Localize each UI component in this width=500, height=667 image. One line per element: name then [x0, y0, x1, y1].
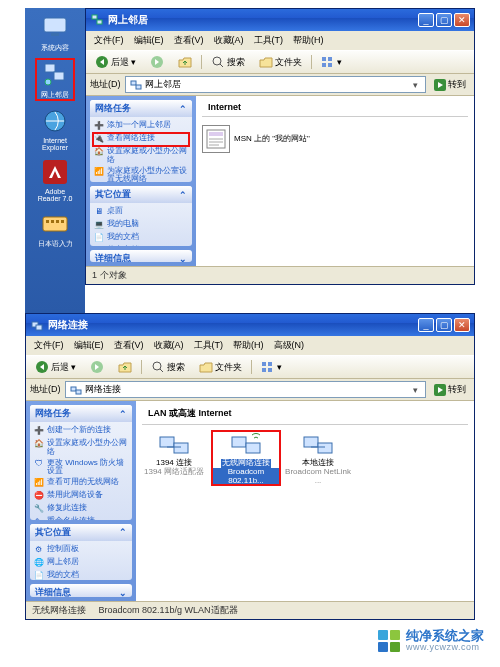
menu-help[interactable]: 帮助(H)	[229, 338, 268, 353]
close-button[interactable]: ✕	[454, 13, 470, 27]
svg-rect-48	[304, 437, 318, 447]
menu-edit[interactable]: 编辑(E)	[70, 338, 108, 353]
collapse-icon[interactable]: ⌃	[179, 190, 187, 200]
task-firewall[interactable]: 🛡更改 Windows 防火墙设置	[33, 458, 129, 478]
task-view-wireless[interactable]: 📶查看可用的无线网络	[33, 477, 129, 490]
go-icon	[434, 79, 446, 91]
address-field[interactable]: 网上邻居 ▾	[125, 76, 427, 93]
task-rename[interactable]: ✎重命名此连接	[33, 516, 129, 520]
task-setup-network[interactable]: 🏠设置家庭或小型办公网络	[93, 146, 189, 166]
search-button[interactable]: 搜索	[146, 358, 190, 376]
minimize-button[interactable]: _	[418, 13, 434, 27]
svg-rect-7	[43, 217, 67, 231]
forward-button[interactable]	[145, 53, 169, 71]
collapse-icon[interactable]: ⌃	[119, 409, 127, 419]
svg-rect-37	[268, 362, 272, 366]
new-connection-icon: ➕	[33, 426, 44, 437]
group-header: LAN 或高速 Internet	[142, 403, 468, 425]
views-icon	[321, 55, 335, 69]
explorer-window-1: 网上邻居 _ ▢ ✕ 文件(F) 编辑(E) 查看(V) 收藏(A) 工具(T)…	[85, 8, 475, 285]
menu-edit[interactable]: 编辑(E)	[130, 33, 168, 48]
titlebar: 网络连接 _ ▢ ✕	[26, 314, 474, 336]
menu-help[interactable]: 帮助(H)	[289, 33, 328, 48]
maximize-button[interactable]: ▢	[436, 318, 452, 332]
place-desktop[interactable]: 🖥桌面	[93, 206, 189, 219]
search-button[interactable]: 搜索	[206, 53, 250, 71]
go-button[interactable]: 转到	[430, 77, 470, 92]
collapse-icon[interactable]: ⌃	[119, 527, 127, 537]
menu-advanced[interactable]: 高级(N)	[270, 338, 309, 353]
back-button[interactable]: 后退 ▾	[90, 53, 141, 71]
place-shared[interactable]: 📁共享文档	[93, 245, 189, 246]
expand-icon[interactable]: ⌄	[179, 254, 187, 262]
menu-file[interactable]: 文件(F)	[30, 338, 68, 353]
svg-rect-40	[71, 387, 76, 391]
address-value: 网络连接	[85, 383, 121, 396]
task-repair[interactable]: 🔧修复此连接	[33, 503, 129, 516]
menubar: 文件(F) 编辑(E) 查看(V) 收藏(A) 工具(T) 帮助(H)	[86, 31, 474, 50]
task-add-place[interactable]: ➕添加一个网上邻居	[93, 120, 189, 133]
lan-connection-icon	[158, 431, 190, 459]
close-button[interactable]: ✕	[454, 318, 470, 332]
connections-icon: 🔌	[93, 134, 104, 145]
connection-wireless[interactable]: 无线网络连接 Broadcom 802.11b...	[212, 431, 280, 485]
address-dropdown[interactable]: ▾	[409, 80, 421, 90]
task-setup-network[interactable]: 🏠设置家庭或小型办公网络	[33, 438, 129, 458]
window-title: 网上邻居	[108, 13, 418, 27]
panel-title: 其它位置	[35, 526, 71, 539]
menu-tools[interactable]: 工具(T)	[250, 33, 288, 48]
desktop-icon-network-places[interactable]: 网上邻居	[36, 59, 74, 100]
panel-title: 详细信息	[95, 252, 131, 262]
svg-line-17	[220, 64, 223, 67]
go-button[interactable]: 转到	[430, 382, 470, 397]
up-button[interactable]	[173, 53, 197, 71]
address-field[interactable]: 网络连接 ▾	[65, 381, 427, 398]
task-view-connections[interactable]: 🔌查看网络连接	[93, 133, 189, 146]
svg-point-16	[213, 57, 221, 65]
connection-local[interactable]: 本地连接 Broadcom NetLink ...	[284, 431, 352, 485]
svg-rect-46	[232, 437, 246, 447]
task-disable[interactable]: ⛔禁用此网络设备	[33, 490, 129, 503]
folders-button[interactable]: 文件夹	[254, 53, 307, 71]
views-icon	[261, 360, 275, 374]
expand-icon[interactable]: ⌄	[119, 588, 127, 597]
forward-icon	[150, 55, 164, 69]
menu-fav[interactable]: 收藏(A)	[150, 338, 188, 353]
panel-other-places: 其它位置⌃ 🖥桌面 💻我的电脑 📄我的文档 📁共享文档 🖨打印机和传真	[90, 186, 192, 246]
forward-button[interactable]	[85, 358, 109, 376]
svg-rect-26	[209, 132, 223, 136]
collapse-icon[interactable]: ⌃	[179, 104, 187, 114]
network-places-icon	[40, 59, 70, 89]
connection-1394[interactable]: 1394 连接 1394 网络适配器	[140, 431, 208, 485]
go-label: 转到	[448, 78, 466, 91]
desktop-icon-adobe[interactable]: Adobe Reader 7.0	[36, 157, 74, 202]
back-button[interactable]: 后退 ▾	[30, 358, 81, 376]
minimize-button[interactable]: _	[418, 318, 434, 332]
menu-tools[interactable]: 工具(T)	[190, 338, 228, 353]
item-msn-site[interactable]: MSN 上的 "我的网站"	[202, 125, 310, 153]
folders-button[interactable]: 文件夹	[194, 358, 247, 376]
address-dropdown[interactable]: ▾	[409, 385, 421, 395]
desktop-icon-ime[interactable]: 日本语入力	[36, 208, 74, 249]
svg-point-4	[45, 79, 51, 85]
menu-view[interactable]: 查看(V)	[170, 33, 208, 48]
window-icon	[90, 13, 104, 27]
place-mydocs[interactable]: 📄我的文档	[33, 570, 129, 580]
place-mydocs[interactable]: 📄我的文档	[93, 232, 189, 245]
maximize-button[interactable]: ▢	[436, 13, 452, 27]
task-pane: 网络任务⌃ ➕添加一个网上邻居 🔌查看网络连接 🏠设置家庭或小型办公网络 📶为家…	[86, 96, 196, 266]
task-setup-wireless[interactable]: 📶为家庭或小型办公室设置无线网络	[93, 166, 189, 183]
menu-fav[interactable]: 收藏(A)	[210, 33, 248, 48]
desktop-icon-ie[interactable]: Internet Explorer	[36, 106, 74, 151]
menu-view[interactable]: 查看(V)	[110, 338, 148, 353]
place-control-panel[interactable]: ⚙控制面板	[33, 544, 129, 557]
up-button[interactable]	[113, 358, 137, 376]
views-button[interactable]: ▾	[256, 358, 287, 376]
forward-icon	[90, 360, 104, 374]
views-button[interactable]: ▾	[316, 53, 347, 71]
menu-file[interactable]: 文件(F)	[90, 33, 128, 48]
place-network-places[interactable]: 🌐网上邻居	[33, 557, 129, 570]
desktop-icon-system[interactable]: 系统内容	[36, 12, 74, 53]
task-new-connection[interactable]: ➕创建一个新的连接	[33, 425, 129, 438]
place-mycomputer[interactable]: 💻我的电脑	[93, 219, 189, 232]
